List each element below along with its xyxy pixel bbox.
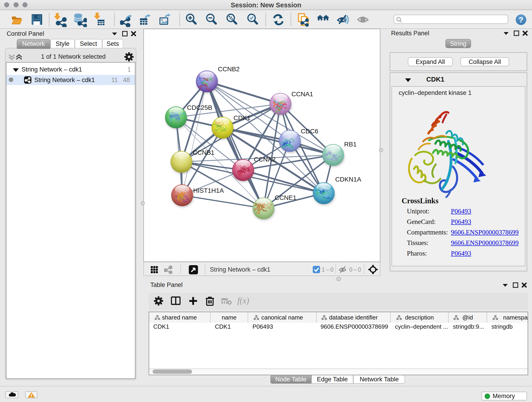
svg-text:HIST1H1A: HIST1H1A	[193, 187, 224, 194]
svg-text:CCNB1: CCNB1	[193, 149, 215, 156]
svg-text:CDK1: CDK1	[234, 114, 251, 121]
svg-text:CCNB2: CCNB2	[218, 65, 240, 73]
svg-text:CCNA2: CCNA2	[254, 156, 276, 163]
svg-text:RB1: RB1	[344, 141, 356, 148]
svg-text:CDC6: CDC6	[301, 128, 318, 135]
svg-text:?: ?	[519, 15, 524, 24]
svg-text:CCNA1: CCNA1	[291, 90, 313, 98]
svg-text:CCNE1: CCNE1	[275, 194, 297, 201]
svg-text:CDKN1A: CDKN1A	[335, 176, 361, 183]
svg-text:CDC25B: CDC25B	[187, 104, 212, 111]
